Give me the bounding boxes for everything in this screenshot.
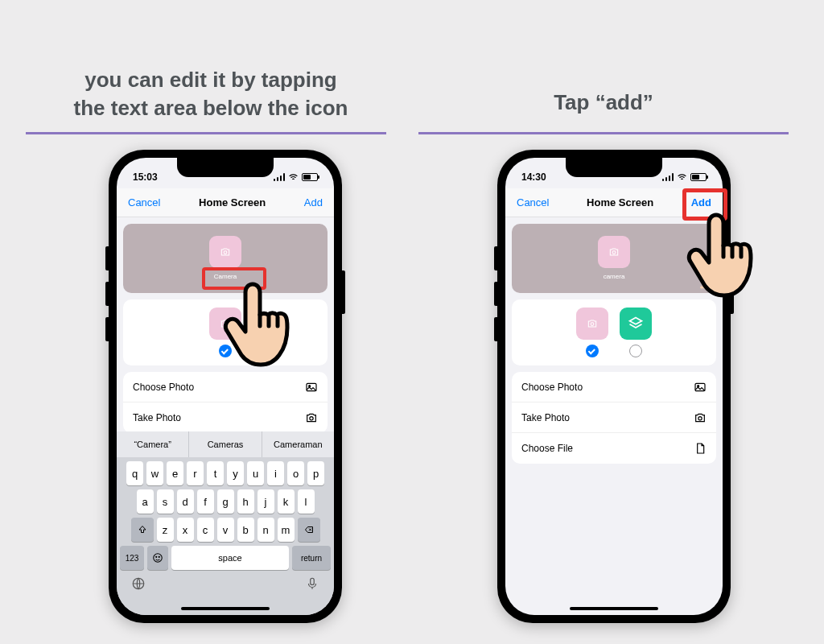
- key-e[interactable]: e: [167, 461, 183, 485]
- key-v[interactable]: v: [217, 518, 234, 542]
- key-r[interactable]: r: [187, 461, 204, 485]
- key-row-3: z x c v b n m: [117, 514, 334, 542]
- preview-label[interactable]: camera: [597, 271, 632, 282]
- photo-icon: [694, 381, 707, 394]
- numbers-key[interactable]: 123: [120, 546, 144, 570]
- svg-point-6: [156, 556, 157, 557]
- radio-unchecked-icon: [629, 345, 642, 357]
- key-s[interactable]: s: [157, 489, 174, 514]
- keyboard-extra: [117, 570, 334, 591]
- navbar: Cancel Home Screen Add: [117, 188, 334, 217]
- preview-app-icon: [209, 236, 241, 268]
- take-photo-row[interactable]: Take Photo: [512, 402, 716, 433]
- shift-key[interactable]: [131, 518, 154, 542]
- status-icons: [662, 172, 707, 183]
- status-icons: [274, 172, 318, 183]
- notch: [566, 158, 662, 177]
- svg-point-7: [159, 556, 159, 557]
- icon-option-1[interactable]: [576, 308, 608, 357]
- key-y[interactable]: y: [227, 461, 244, 485]
- suggestion-2[interactable]: Cameras: [189, 431, 262, 457]
- caption-left-line2: the text area below the icon: [74, 96, 348, 120]
- preview-app-icon: [598, 236, 630, 268]
- return-key[interactable]: return: [292, 546, 331, 570]
- svg-point-14: [698, 416, 702, 419]
- key-k[interactable]: k: [278, 489, 295, 514]
- suggestion-1[interactable]: “Camera”: [117, 431, 189, 457]
- camera-icon: [305, 411, 318, 424]
- status-time: 14:30: [521, 171, 546, 183]
- key-x[interactable]: x: [177, 518, 194, 542]
- choose-file-row[interactable]: Choose File: [512, 433, 716, 464]
- key-t[interactable]: t: [207, 461, 224, 485]
- photo-icon: [305, 381, 318, 394]
- take-photo-row[interactable]: Take Photo: [123, 402, 328, 433]
- choose-photo-row[interactable]: Choose Photo: [512, 372, 716, 402]
- shortcut-app-icon: [620, 308, 652, 340]
- backspace-key[interactable]: [298, 518, 320, 542]
- key-row-2: a s d f g h j k l: [117, 485, 334, 514]
- key-w[interactable]: w: [146, 461, 163, 485]
- cancel-button[interactable]: Cancel: [517, 196, 549, 208]
- key-a[interactable]: a: [137, 489, 154, 514]
- radio-checked-icon: [586, 345, 599, 357]
- camera-app-icon: [576, 308, 608, 340]
- camera-icon: [220, 246, 231, 258]
- svg-point-10: [612, 250, 616, 254]
- add-button[interactable]: Add: [304, 196, 323, 208]
- shift-icon: [138, 525, 147, 535]
- camera-icon: [608, 246, 620, 258]
- action-list: Choose Photo Take Photo: [123, 372, 328, 433]
- key-h[interactable]: h: [237, 489, 254, 514]
- action-list: Choose Photo Take Photo Choose File: [512, 372, 716, 464]
- emoji-key[interactable]: [147, 546, 168, 570]
- mic-icon[interactable]: [305, 576, 319, 591]
- space-key[interactable]: space: [171, 546, 289, 570]
- choose-photo-label: Choose Photo: [521, 382, 583, 393]
- key-z[interactable]: z: [157, 518, 174, 542]
- icon-option-2[interactable]: [620, 308, 652, 357]
- signal-icon: [274, 173, 285, 181]
- caption-right-text: Tap “add”: [554, 90, 653, 114]
- phone-left-screen: 15:03 Cancel Home Screen Add Camera: [117, 158, 334, 615]
- svg-point-5: [154, 554, 163, 563]
- key-p[interactable]: p: [307, 461, 324, 485]
- key-f[interactable]: f: [197, 489, 214, 514]
- keyboard: “Camera” Cameras Cameraman q w e r t y u…: [117, 431, 334, 615]
- camera-icon: [587, 318, 598, 329]
- key-row-1: q w e r t y u i o p: [117, 457, 334, 485]
- key-q[interactable]: q: [126, 461, 143, 485]
- caption-right: Tap “add”: [418, 89, 789, 117]
- key-u[interactable]: u: [247, 461, 264, 485]
- navbar-title: Home Screen: [199, 196, 266, 208]
- key-b[interactable]: b: [237, 518, 254, 542]
- key-d[interactable]: d: [177, 489, 194, 514]
- key-c[interactable]: c: [197, 518, 214, 542]
- key-m[interactable]: m: [278, 518, 295, 542]
- emoji-icon: [152, 552, 163, 564]
- key-n[interactable]: n: [258, 518, 274, 542]
- svg-rect-9: [311, 578, 315, 584]
- globe-icon[interactable]: [131, 576, 146, 591]
- key-i[interactable]: i: [267, 461, 284, 485]
- key-g[interactable]: g: [217, 489, 234, 514]
- suggestion-bar: “Camera” Cameras Cameraman: [117, 431, 334, 457]
- cancel-button[interactable]: Cancel: [128, 196, 160, 208]
- caption-left-underline: [26, 132, 386, 134]
- take-photo-label: Take Photo: [133, 412, 181, 423]
- svg-point-0: [224, 250, 227, 254]
- phone-left: 15:03 Cancel Home Screen Add Camera: [109, 150, 342, 623]
- notch: [177, 158, 274, 177]
- key-j[interactable]: j: [258, 489, 274, 514]
- key-o[interactable]: o: [287, 461, 304, 485]
- file-icon: [694, 442, 707, 455]
- key-l[interactable]: l: [298, 489, 315, 514]
- home-indicator: [570, 607, 658, 610]
- suggestion-3[interactable]: Cameraman: [262, 431, 334, 457]
- tap-hand-icon: [682, 211, 763, 308]
- wifi-icon: [288, 172, 299, 183]
- signal-icon: [662, 173, 674, 181]
- svg-point-4: [310, 417, 313, 420]
- choose-photo-label: Choose Photo: [133, 382, 194, 393]
- icon-selector: [512, 299, 716, 365]
